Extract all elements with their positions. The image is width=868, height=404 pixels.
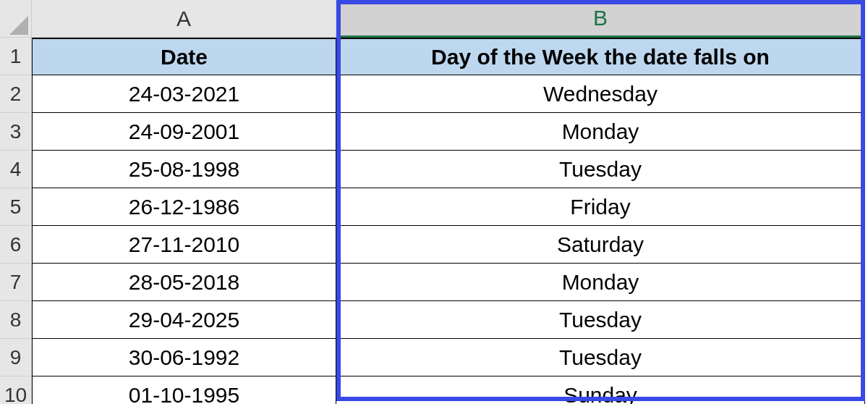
cell-A10[interactable]: 01-10-1995: [32, 376, 336, 404]
cell-B2[interactable]: Wednesday: [336, 75, 865, 113]
row-header-4[interactable]: 4: [0, 151, 32, 188]
column-header-B[interactable]: B: [336, 0, 865, 38]
cell-A7[interactable]: 28-05-2018: [32, 264, 336, 301]
column-header-A[interactable]: A: [32, 0, 336, 38]
cell-B5[interactable]: Friday: [336, 188, 865, 226]
cell-B3[interactable]: Monday: [336, 113, 865, 151]
cell-A6[interactable]: 27-11-2010: [32, 226, 336, 264]
row-header-1[interactable]: 1: [0, 38, 32, 75]
spreadsheet-grid[interactable]: A B 1 Date Day of the Week the date fall…: [0, 0, 865, 404]
row-header-9[interactable]: 9: [0, 339, 32, 376]
header-cell-day[interactable]: Day of the Week the date falls on: [336, 38, 865, 75]
select-all-corner[interactable]: [0, 0, 32, 38]
header-cell-date[interactable]: Date: [32, 38, 336, 75]
row-header-5[interactable]: 5: [0, 188, 32, 226]
row-header-3[interactable]: 3: [0, 113, 32, 151]
cell-B10[interactable]: Sunday: [336, 376, 865, 404]
row-header-7[interactable]: 7: [0, 264, 32, 301]
row-header-10[interactable]: 10: [0, 376, 32, 404]
cell-B7[interactable]: Monday: [336, 264, 865, 301]
row-header-6[interactable]: 6: [0, 226, 32, 264]
cell-B9[interactable]: Tuesday: [336, 339, 865, 376]
cell-B4[interactable]: Tuesday: [336, 151, 865, 188]
cell-A3[interactable]: 24-09-2001: [32, 113, 336, 151]
cell-B8[interactable]: Tuesday: [336, 301, 865, 339]
cell-B6[interactable]: Saturday: [336, 226, 865, 264]
cell-A8[interactable]: 29-04-2025: [32, 301, 336, 339]
cell-A4[interactable]: 25-08-1998: [32, 151, 336, 188]
row-header-8[interactable]: 8: [0, 301, 32, 339]
row-header-2[interactable]: 2: [0, 75, 32, 113]
cell-A5[interactable]: 26-12-1986: [32, 188, 336, 226]
cell-A9[interactable]: 30-06-1992: [32, 339, 336, 376]
cell-A2[interactable]: 24-03-2021: [32, 75, 336, 113]
